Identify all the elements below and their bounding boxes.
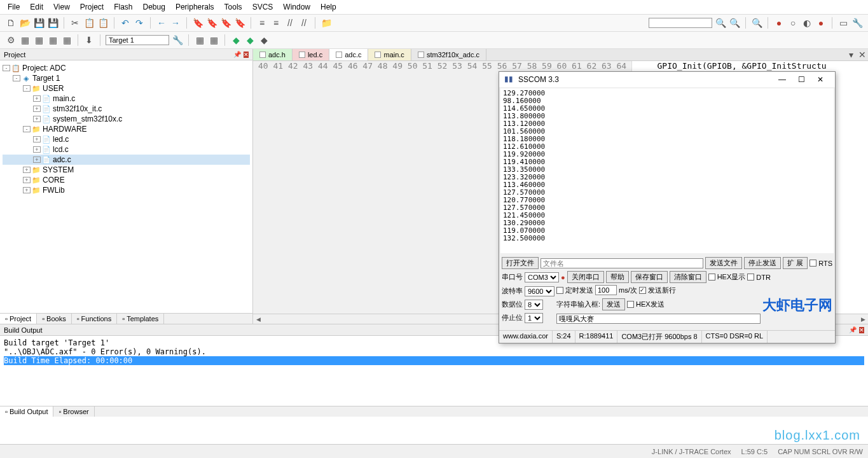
stop-build-icon[interactable]: ▦ — [61, 34, 72, 46]
clear-window-button[interactable]: 清除窗口 — [670, 271, 706, 283]
sscom-titlebar[interactable]: ▮▮ SSCOM 3.3 — ☐ ✕ — [499, 72, 835, 87]
send-input[interactable] — [556, 314, 761, 324]
panel-tab-books[interactable]: ▫Books — [37, 314, 71, 324]
redo-icon[interactable]: ↷ — [134, 17, 145, 29]
menu-project[interactable]: Project — [80, 3, 104, 11]
manage2-icon[interactable]: ▦ — [208, 34, 219, 46]
menu-debug[interactable]: Debug — [143, 3, 165, 11]
save-icon[interactable]: 💾 — [33, 17, 45, 29]
save-all-icon[interactable]: 💾 — [47, 17, 59, 29]
breakpoint-kill-icon[interactable]: ◐ — [801, 17, 813, 29]
menu-peripherals[interactable]: Peripherals — [176, 3, 214, 11]
interval-input[interactable] — [595, 285, 617, 295]
copy-icon[interactable]: 📋 — [83, 17, 95, 29]
bookmark-icon[interactable]: 🔖 — [192, 17, 203, 29]
tree-file[interactable]: +📄system_stm32f10x.c — [3, 114, 250, 124]
rebuild-icon[interactable]: ▦ — [33, 34, 45, 46]
tree-file[interactable]: +📄stm32f10x_it.c — [3, 104, 250, 114]
timed-send-checkbox[interactable] — [556, 287, 563, 294]
tree-file[interactable]: +📄lcd.c — [3, 144, 250, 155]
target-dropdown[interactable]: Target 1 — [106, 35, 169, 45]
menu-flash[interactable]: Flash — [114, 3, 132, 11]
debug-icon[interactable]: 🔍 — [751, 17, 762, 29]
comment-icon[interactable]: // — [284, 17, 296, 29]
window-icon[interactable]: ▭ — [837, 17, 849, 29]
download-icon[interactable]: ⬇ — [83, 34, 95, 46]
menu-tools[interactable]: Tools — [224, 3, 242, 11]
rts-checkbox[interactable] — [809, 260, 816, 267]
send-file-button[interactable]: 发送文件 — [705, 257, 742, 269]
bookmark-clear-icon[interactable]: 🔖 — [234, 17, 245, 29]
sscom-terminal[interactable]: 129.27000098.160000114.650000113.8000001… — [500, 88, 834, 253]
open-file-button[interactable]: 打开文件 — [502, 257, 539, 269]
menu-file[interactable]: File — [8, 3, 20, 11]
panel-tab-templates[interactable]: ▫Templates — [117, 314, 164, 324]
paste-icon[interactable]: 📋 — [97, 17, 109, 29]
save-window-button[interactable]: 保存窗口 — [631, 271, 668, 283]
pin-icon[interactable]: 📌 — [849, 326, 857, 333]
close-port-button[interactable]: 关闭串口 — [567, 271, 604, 283]
build-icon[interactable]: ▦ — [19, 34, 31, 46]
stopbits-select[interactable]: 1 — [525, 313, 543, 323]
send-button[interactable]: 发送 — [602, 298, 625, 310]
breakpoint-disable-icon[interactable]: ○ — [787, 17, 799, 29]
bookmark-next-icon[interactable]: 🔖 — [220, 17, 231, 29]
file-tab[interactable]: adc.c — [329, 49, 368, 60]
file-tab[interactable]: adc.h — [253, 49, 293, 60]
close-icon[interactable]: ✕ — [244, 52, 249, 58]
rte-icon[interactable]: ◆ — [258, 34, 270, 46]
undo-icon[interactable]: ↶ — [120, 17, 131, 29]
config-icon[interactable]: 🔧 — [851, 17, 863, 29]
stop-send-button[interactable]: 停止发送 — [744, 257, 781, 269]
port-select[interactable]: COM3 — [525, 272, 559, 282]
pack-check-icon[interactable]: ◆ — [244, 34, 256, 46]
minimize-button[interactable]: — — [773, 75, 792, 84]
find-dropdown[interactable] — [649, 18, 712, 28]
databits-select[interactable]: 8 — [525, 300, 543, 310]
help-button[interactable]: 帮助 — [606, 271, 629, 283]
manage-icon[interactable]: ▦ — [194, 34, 205, 46]
nav-back-icon[interactable]: ← — [156, 17, 167, 29]
hex-show-checkbox[interactable] — [708, 274, 715, 281]
nav-fwd-icon[interactable]: → — [170, 17, 181, 29]
menu-help[interactable]: Help — [320, 3, 336, 11]
breakpoint-icon[interactable]: ● — [773, 17, 785, 29]
file-tab[interactable]: stm32f10x_adc.c — [411, 49, 486, 60]
menu-window[interactable]: Window — [283, 3, 310, 11]
batch-build-icon[interactable]: ▦ — [47, 34, 59, 46]
pack-install-icon[interactable]: ◆ — [230, 34, 242, 46]
open-file-icon[interactable]: 📂 — [19, 17, 31, 29]
record-icon[interactable]: ● — [561, 274, 565, 281]
cut-icon[interactable]: ✂ — [69, 17, 81, 29]
filename-input[interactable] — [541, 258, 703, 268]
indent-icon[interactable]: ≡ — [256, 17, 268, 29]
find-icon[interactable]: 🔍 — [715, 17, 726, 29]
outdent-icon[interactable]: ≡ — [270, 17, 282, 29]
target-options-icon[interactable]: 🔧 — [172, 34, 183, 46]
pin-icon[interactable]: 📌 — [233, 51, 241, 58]
dtr-checkbox[interactable] — [747, 274, 754, 281]
find-next-icon[interactable]: 🔍 — [729, 17, 740, 29]
close-icon[interactable]: ✕ — [859, 327, 864, 333]
project-tree[interactable]: -📋Project: ADC-◈Target 1-📁USER+📄main.c+📄… — [0, 60, 252, 313]
find-in-files-icon[interactable]: 📁 — [320, 17, 332, 29]
file-tab[interactable]: main.c — [368, 49, 411, 60]
file-tab[interactable]: led.c — [293, 49, 329, 60]
baud-select[interactable]: 9600 — [525, 286, 555, 296]
maximize-button[interactable]: ☐ — [792, 75, 811, 84]
new-file-icon[interactable]: 🗋 — [5, 17, 17, 29]
newline-checkbox[interactable] — [639, 287, 646, 294]
breakpoint-enable-icon[interactable]: ● — [815, 17, 827, 29]
menu-edit[interactable]: Edit — [30, 3, 43, 11]
hex-send-checkbox[interactable] — [627, 301, 634, 308]
translate-icon[interactable]: ⚙ — [5, 34, 17, 46]
sscom-window[interactable]: ▮▮ SSCOM 3.3 — ☐ ✕ 129.27000098.16000011… — [499, 71, 836, 344]
tree-file[interactable]: +📄adc.c — [3, 155, 250, 165]
tree-file[interactable]: +📄led.c — [3, 134, 250, 144]
panel-tab-functions[interactable]: ▫Functions — [72, 314, 118, 324]
build-tab[interactable]: ▫Browser — [53, 406, 94, 417]
menu-view[interactable]: View — [53, 3, 70, 11]
bookmark-prev-icon[interactable]: 🔖 — [206, 17, 217, 29]
build-tab[interactable]: ▫Build Output — [0, 406, 53, 417]
uncomment-icon[interactable]: // — [298, 17, 310, 29]
